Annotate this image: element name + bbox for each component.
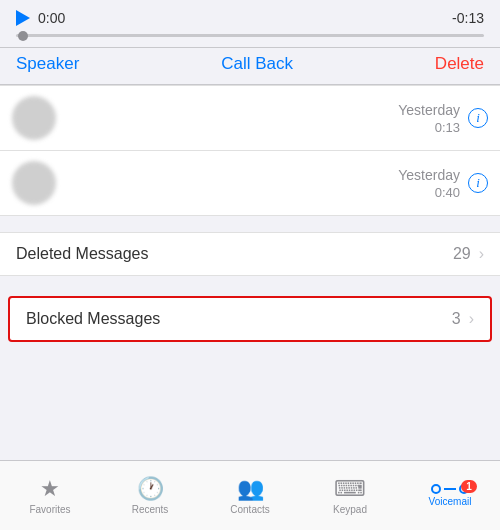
tab-bar: ★ Favorites 🕐 Recents 👥 Contacts ⌨ Keypa… (0, 460, 500, 530)
blocked-messages-label: Blocked Messages (26, 310, 452, 328)
avatar-2 (12, 161, 56, 205)
voicemail-right-1: Yesterday 0:13 i (398, 102, 488, 135)
tab-keypad[interactable]: ⌨ Keypad (300, 476, 400, 515)
voicemail-duration-2: 0:40 (435, 185, 460, 200)
delete-button[interactable]: Delete (435, 54, 484, 74)
voicemail-duration-1: 0:13 (435, 120, 460, 135)
time-elapsed: 0:00 (38, 10, 65, 26)
avatar-1 (12, 96, 56, 140)
tab-recents[interactable]: 🕐 Recents (100, 476, 200, 515)
voicemail-item-2[interactable]: Yesterday 0:40 i (0, 151, 500, 216)
contacts-icon: 👥 (237, 476, 264, 502)
voicemail-label: Voicemail (429, 496, 472, 507)
callback-button[interactable]: Call Back (221, 54, 293, 74)
time-remaining: -0:13 (452, 10, 484, 26)
action-buttons: Speaker Call Back Delete (0, 48, 500, 85)
voicemail-meta-2: Yesterday 0:40 (398, 167, 460, 200)
deleted-messages-count: 29 (453, 245, 471, 263)
voicemail-right-2: Yesterday 0:40 i (398, 167, 488, 200)
progress-track[interactable] (16, 34, 484, 37)
blocked-messages-row[interactable]: Blocked Messages 3 › (8, 296, 492, 342)
vm-line (444, 488, 456, 491)
keypad-label: Keypad (333, 504, 367, 515)
progress-bar-container[interactable] (16, 34, 484, 37)
spacer-2 (0, 276, 500, 292)
progress-thumb[interactable] (18, 31, 28, 41)
voicemail-date-1: Yesterday (398, 102, 460, 118)
play-button[interactable] (16, 10, 30, 26)
tab-favorites[interactable]: ★ Favorites (0, 476, 100, 515)
recents-label: Recents (132, 504, 169, 515)
voicemail-meta-1: Yesterday 0:13 (398, 102, 460, 135)
blocked-messages-chevron: › (469, 310, 474, 328)
blocked-messages-count: 3 (452, 310, 461, 328)
speaker-button[interactable]: Speaker (16, 54, 79, 74)
recents-icon: 🕐 (137, 476, 164, 502)
info-icon-1[interactable]: i (468, 108, 488, 128)
tab-voicemail[interactable]: 1 Voicemail (400, 484, 500, 507)
vm-circle-left (431, 484, 441, 494)
voicemail-date-2: Yesterday (398, 167, 460, 183)
deleted-messages-label: Deleted Messages (16, 245, 453, 263)
voicemail-icon-wrapper: 1 (431, 484, 469, 494)
contacts-label: Contacts (230, 504, 269, 515)
keypad-icon: ⌨ (334, 476, 366, 502)
tab-contacts[interactable]: 👥 Contacts (200, 476, 300, 515)
spacer-1 (0, 216, 500, 232)
time-row: 0:00 -0:13 (16, 10, 484, 26)
audio-player: 0:00 -0:13 (0, 0, 500, 48)
deleted-messages-chevron: › (479, 245, 484, 263)
info-icon-2[interactable]: i (468, 173, 488, 193)
favorites-label: Favorites (29, 504, 70, 515)
voicemail-badge: 1 (461, 480, 477, 493)
deleted-messages-row[interactable]: Deleted Messages 29 › (0, 232, 500, 276)
favorites-icon: ★ (40, 476, 60, 502)
voicemail-list: Yesterday 0:13 i Yesterday 0:40 i (0, 85, 500, 216)
voicemail-item-1[interactable]: Yesterday 0:13 i (0, 85, 500, 151)
